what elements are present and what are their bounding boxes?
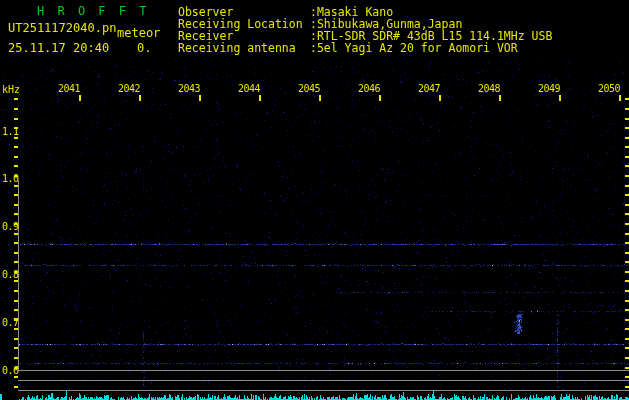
app-title: H R O F F T: [37, 4, 149, 18]
time-tick-label: 2041: [56, 83, 80, 94]
time-tick-label: 2044: [236, 83, 260, 94]
freq-tick-label: 1.1: [2, 126, 19, 137]
freq-tick-label: 1.0: [2, 173, 19, 184]
freq-axis-unit: kHz: [2, 84, 20, 95]
time-tick-label: 2046: [356, 83, 380, 94]
spectrogram-canvas: [0, 0, 629, 400]
freq-tick-label: 0.8: [2, 269, 19, 280]
time-tick-label: 2049: [536, 83, 560, 94]
observation-mode-label: meteor: [117, 26, 160, 40]
time-tick-label: 2045: [296, 83, 320, 94]
time-tick-label: 2048: [476, 83, 500, 94]
freq-tick-label: 0.6: [2, 365, 19, 376]
freq-tick-label: 0.9: [2, 221, 19, 232]
echo-count: 0.: [137, 41, 151, 55]
time-tick-label: 2043: [176, 83, 200, 94]
freq-tick-label: 0.7: [2, 317, 19, 328]
observation-datetime: 25.11.17 20:40: [8, 41, 109, 55]
time-tick-label: 2050: [596, 83, 620, 94]
station-field-label: Receiving antenna: [178, 42, 296, 54]
hrofft-screen: H R O F F T UT2511172040.pn meteor 25.11…: [0, 0, 629, 400]
time-tick-label: 2047: [416, 83, 440, 94]
image-filename: UT2511172040.pn: [8, 21, 116, 35]
station-field-value: :5el Yagi Az 20 for Aomori VOR: [310, 42, 518, 54]
time-tick-label: 2042: [116, 83, 140, 94]
